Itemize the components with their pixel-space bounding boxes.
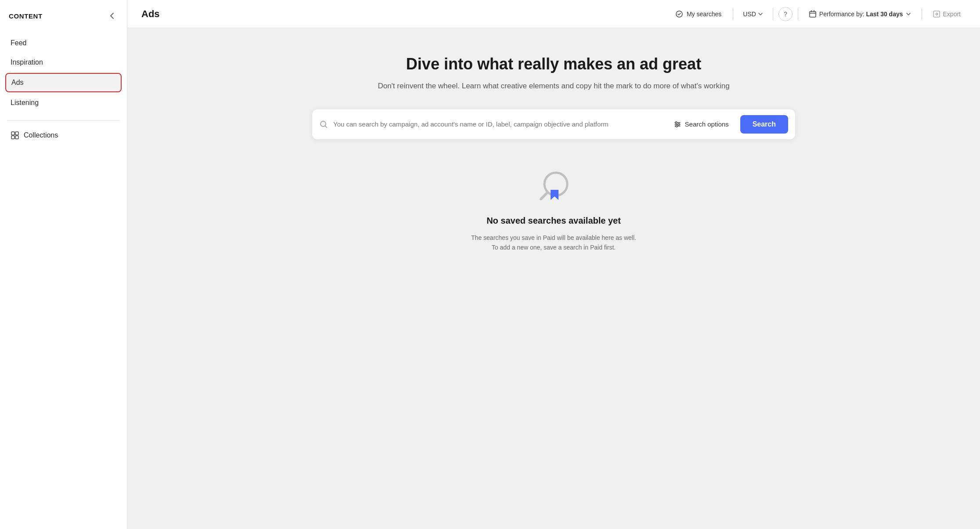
main-content: Ads My searches USD ? — [127, 0, 980, 529]
svg-rect-0 — [11, 132, 14, 135]
page-title: Ads — [141, 8, 160, 20]
search-icon-wrapper — [319, 120, 328, 129]
svg-point-12 — [678, 123, 680, 125]
my-searches-icon — [675, 10, 683, 18]
svg-rect-3 — [15, 136, 18, 139]
sidebar-item-ads[interactable]: Ads — [5, 73, 122, 92]
search-button[interactable]: Search — [740, 115, 788, 134]
svg-rect-1 — [15, 132, 18, 135]
svg-line-15 — [541, 193, 547, 199]
currency-label: USD — [743, 11, 756, 18]
collapse-icon — [108, 11, 116, 20]
export-label: Export — [943, 11, 961, 18]
export-button[interactable]: Export — [927, 7, 966, 22]
empty-state-icon — [534, 166, 573, 205]
search-input[interactable] — [333, 120, 666, 128]
page-header: Ads My searches USD ? — [127, 0, 980, 28]
performance-chevron-icon — [906, 11, 911, 17]
hero-subtitle: Don't reinvent the wheel. Learn what cre… — [378, 80, 729, 92]
svg-point-11 — [675, 122, 677, 123]
sidebar-item-feed[interactable]: Feed — [0, 33, 127, 53]
my-searches-label: My searches — [687, 11, 721, 18]
export-icon — [933, 10, 940, 18]
sidebar-item-listening[interactable]: Listening — [0, 93, 127, 112]
performance-button[interactable]: Performance by: Last 30 days — [803, 7, 916, 22]
separator-2 — [773, 8, 773, 20]
separator-3 — [798, 8, 798, 20]
page-body: Dive into what really makes an ad great … — [127, 28, 980, 529]
sidebar: CONTENT Feed Inspiration Ads Listening C… — [0, 0, 127, 529]
sidebar-title: CONTENT — [9, 12, 43, 20]
sidebar-item-inspiration[interactable]: Inspiration — [0, 53, 127, 72]
help-icon: ? — [784, 11, 787, 18]
empty-state-description: The searches you save in Paid will be av… — [471, 233, 636, 253]
separator-4 — [922, 8, 922, 20]
sidebar-divider — [7, 120, 120, 121]
search-bar: Search options Search — [312, 109, 795, 139]
empty-state: No saved searches available yet The sear… — [471, 166, 636, 253]
search-options-label: Search options — [685, 120, 729, 128]
search-options-button[interactable]: Search options — [666, 116, 737, 133]
collections-label: Collections — [24, 131, 58, 139]
my-searches-button[interactable]: My searches — [669, 7, 728, 22]
sliders-icon — [674, 120, 681, 128]
sidebar-header: CONTENT — [0, 0, 127, 30]
separator-1 — [733, 8, 733, 20]
sidebar-item-collections[interactable]: Collections — [0, 125, 127, 145]
search-icon — [319, 120, 328, 129]
hero-title: Dive into what really makes an ad great — [378, 54, 729, 73]
empty-state-title: No saved searches available yet — [486, 216, 621, 226]
performance-label: Performance by: Last 30 days — [819, 11, 903, 18]
svg-point-13 — [676, 125, 677, 127]
hero-section: Dive into what really makes an ad great … — [378, 54, 729, 92]
sidebar-collapse-button[interactable] — [106, 10, 118, 22]
calendar-icon — [809, 10, 817, 18]
currency-button[interactable]: USD — [739, 7, 767, 21]
help-button[interactable]: ? — [778, 7, 793, 21]
svg-rect-2 — [11, 136, 14, 139]
header-actions: My searches USD ? Performan — [669, 7, 966, 22]
sidebar-nav: Feed Inspiration Ads Listening — [0, 30, 127, 116]
chevron-down-icon — [758, 11, 763, 17]
collections-icon — [11, 131, 19, 140]
svg-rect-5 — [810, 11, 816, 17]
